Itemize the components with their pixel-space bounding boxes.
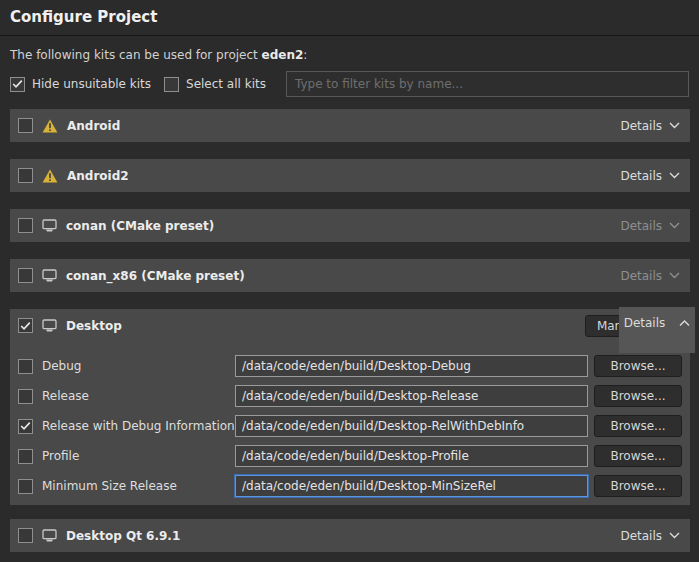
details-toggle-conan-x86[interactable]: Details — [620, 269, 682, 283]
details-label: Details — [620, 529, 662, 543]
warning-icon — [42, 169, 58, 183]
desktop-icon — [42, 319, 57, 332]
config-checkbox-release[interactable] — [18, 389, 33, 404]
kit-row-android: Android Details — [10, 109, 690, 142]
build-dir-input-relwithdebinfo[interactable] — [235, 415, 588, 437]
kit-header-android2: Android2 Details — [10, 159, 690, 192]
details-label: Details — [624, 316, 666, 330]
select-all-checkbox[interactable] — [164, 77, 179, 92]
check-icon — [12, 79, 23, 89]
config-row-profile: Profile Browse... — [18, 445, 682, 467]
project-name: eden2 — [262, 48, 304, 62]
kit-filter-controls: Hide unsuitable kits Select all kits — [10, 71, 689, 97]
subtitle-prefix: The following kits can be used for proje… — [10, 48, 262, 62]
kit-row-desktop: Desktop Manage... Details Debug Browse..… — [10, 309, 690, 505]
browse-button-profile[interactable]: Browse... — [594, 445, 682, 467]
details-toggle-desktop[interactable]: Details — [619, 307, 695, 353]
select-all-group: Select all kits — [164, 77, 266, 92]
details-toggle-desktop-qt[interactable]: Details — [620, 529, 682, 543]
kits-subtitle: The following kits can be used for proje… — [10, 48, 689, 62]
kit-header-conan-x86: conan_x86 (CMake preset) Details — [10, 259, 690, 292]
kit-checkbox-conan-x86[interactable] — [18, 268, 33, 283]
kit-row-android2: Android2 Details — [10, 159, 690, 192]
browse-button-minsizerel[interactable]: Browse... — [594, 475, 682, 497]
config-left: Release with Debug Information — [18, 419, 235, 434]
kit-checkbox-desktop[interactable] — [18, 318, 33, 333]
kit-header-desktop-qt: Desktop Qt 6.9.1 Details — [10, 519, 690, 552]
chevron-down-icon — [669, 122, 680, 129]
page-title: Configure Project — [0, 0, 699, 36]
config-label: Release with Debug Information — [42, 419, 235, 433]
browse-button-release[interactable]: Browse... — [594, 385, 682, 407]
kit-row-conan-x86: conan_x86 (CMake preset) Details — [10, 259, 690, 292]
config-label: Debug — [42, 359, 81, 373]
details-label: Details — [620, 119, 662, 133]
kit-name: conan_x86 (CMake preset) — [66, 269, 245, 283]
hide-unsuitable-group: Hide unsuitable kits — [10, 77, 151, 92]
kit-name: Desktop — [66, 319, 122, 333]
config-left: Release — [18, 389, 235, 404]
config-label: Profile — [42, 449, 79, 463]
config-label: Release — [42, 389, 89, 403]
chevron-down-icon — [669, 172, 680, 179]
kit-list: Android Details Android2 Details conan (… — [10, 109, 690, 552]
build-dir-input-minsizerel[interactable] — [235, 475, 588, 497]
kit-checkbox-android2[interactable] — [18, 168, 33, 183]
kit-row-desktop-qt: Desktop Qt 6.9.1 Details — [10, 519, 690, 552]
config-left: Minimum Size Release — [18, 479, 235, 494]
details-toggle-conan[interactable]: Details — [620, 219, 682, 233]
details-label: Details — [620, 169, 662, 183]
details-toggle-android[interactable]: Details — [620, 119, 682, 133]
browse-button-relwithdebinfo[interactable]: Browse... — [594, 415, 682, 437]
config-row-release: Release Browse... — [18, 385, 682, 407]
chevron-up-icon — [679, 320, 690, 327]
check-icon — [20, 321, 31, 331]
hide-unsuitable-checkbox[interactable] — [10, 77, 25, 92]
desktop-icon — [42, 529, 57, 542]
details-toggle-android2[interactable]: Details — [620, 169, 682, 183]
config-row-debug: Debug Browse... — [18, 355, 682, 377]
warning-icon — [42, 119, 58, 133]
kit-name: Desktop Qt 6.9.1 — [66, 529, 180, 543]
config-label: Minimum Size Release — [42, 479, 177, 493]
desktop-icon — [42, 219, 57, 232]
kit-checkbox-conan[interactable] — [18, 218, 33, 233]
desktop-icon — [42, 269, 57, 282]
config-checkbox-minsizerel[interactable] — [18, 479, 33, 494]
check-icon — [20, 421, 31, 431]
kit-header-desktop: Desktop Manage... Details — [10, 309, 690, 342]
config-row-relwithdebinfo: Release with Debug Information Browse... — [18, 415, 682, 437]
kit-row-conan: conan (CMake preset) Details — [10, 209, 690, 242]
chevron-down-icon — [669, 532, 680, 539]
kit-checkbox-desktop-qt[interactable] — [18, 528, 33, 543]
config-checkbox-relwithdebinfo[interactable] — [18, 419, 33, 434]
config-checkbox-debug[interactable] — [18, 359, 33, 374]
hide-unsuitable-label: Hide unsuitable kits — [32, 77, 151, 91]
kit-checkbox-android[interactable] — [18, 118, 33, 133]
chevron-down-icon — [669, 222, 680, 229]
kit-name: Android2 — [67, 169, 129, 183]
kit-name: conan (CMake preset) — [66, 219, 214, 233]
build-dir-input-profile[interactable] — [235, 445, 588, 467]
select-all-label: Select all kits — [186, 77, 266, 91]
details-label: Details — [620, 269, 662, 283]
kit-header-android: Android Details — [10, 109, 690, 142]
subtitle-suffix: : — [303, 48, 307, 62]
chevron-down-icon — [669, 272, 680, 279]
config-checkbox-profile[interactable] — [18, 449, 33, 464]
kit-header-conan: conan (CMake preset) Details — [10, 209, 690, 242]
kit-filter-input[interactable] — [286, 71, 689, 97]
build-dir-input-release[interactable] — [235, 385, 588, 407]
details-label: Details — [620, 219, 662, 233]
config-row-minsizerel: Minimum Size Release Browse... — [18, 475, 682, 497]
build-dir-input-debug[interactable] — [235, 355, 588, 377]
browse-button-debug[interactable]: Browse... — [594, 355, 682, 377]
kit-name: Android — [67, 119, 120, 133]
config-left: Profile — [18, 449, 235, 464]
config-left: Debug — [18, 359, 235, 374]
